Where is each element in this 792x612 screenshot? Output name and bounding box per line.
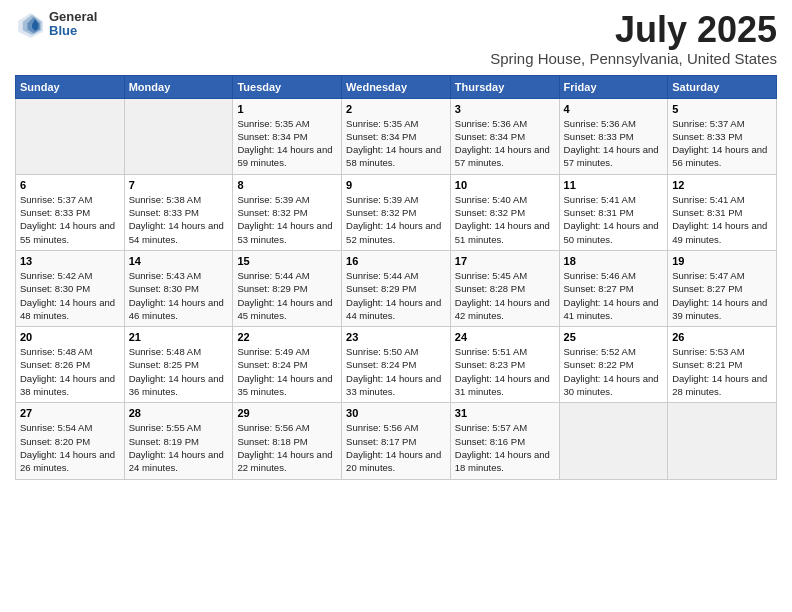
- calendar-week-row: 27Sunrise: 5:54 AM Sunset: 8:20 PM Dayli…: [16, 403, 777, 479]
- day-info: Sunrise: 5:39 AM Sunset: 8:32 PM Dayligh…: [237, 193, 337, 246]
- logo-blue: Blue: [49, 24, 97, 38]
- header-day: Friday: [559, 75, 668, 98]
- day-info: Sunrise: 5:56 AM Sunset: 8:18 PM Dayligh…: [237, 421, 337, 474]
- day-info: Sunrise: 5:38 AM Sunset: 8:33 PM Dayligh…: [129, 193, 229, 246]
- day-number: 7: [129, 179, 229, 191]
- calendar-header: SundayMondayTuesdayWednesdayThursdayFrid…: [16, 75, 777, 98]
- header-day: Monday: [124, 75, 233, 98]
- calendar-title: July 2025: [490, 10, 777, 50]
- day-info: Sunrise: 5:35 AM Sunset: 8:34 PM Dayligh…: [237, 117, 337, 170]
- calendar-cell: 9Sunrise: 5:39 AM Sunset: 8:32 PM Daylig…: [342, 174, 451, 250]
- day-info: Sunrise: 5:40 AM Sunset: 8:32 PM Dayligh…: [455, 193, 555, 246]
- day-number: 27: [20, 407, 120, 419]
- calendar-cell: 20Sunrise: 5:48 AM Sunset: 8:26 PM Dayli…: [16, 327, 125, 403]
- calendar-cell: 10Sunrise: 5:40 AM Sunset: 8:32 PM Dayli…: [450, 174, 559, 250]
- day-info: Sunrise: 5:35 AM Sunset: 8:34 PM Dayligh…: [346, 117, 446, 170]
- calendar-cell: 15Sunrise: 5:44 AM Sunset: 8:29 PM Dayli…: [233, 250, 342, 326]
- header-day: Thursday: [450, 75, 559, 98]
- day-number: 13: [20, 255, 120, 267]
- calendar-cell: 4Sunrise: 5:36 AM Sunset: 8:33 PM Daylig…: [559, 98, 668, 174]
- day-number: 1: [237, 103, 337, 115]
- calendar-cell: 14Sunrise: 5:43 AM Sunset: 8:30 PM Dayli…: [124, 250, 233, 326]
- calendar-cell: [559, 403, 668, 479]
- day-info: Sunrise: 5:50 AM Sunset: 8:24 PM Dayligh…: [346, 345, 446, 398]
- day-number: 25: [564, 331, 664, 343]
- calendar-cell: 26Sunrise: 5:53 AM Sunset: 8:21 PM Dayli…: [668, 327, 777, 403]
- calendar-cell: 29Sunrise: 5:56 AM Sunset: 8:18 PM Dayli…: [233, 403, 342, 479]
- day-info: Sunrise: 5:44 AM Sunset: 8:29 PM Dayligh…: [346, 269, 446, 322]
- calendar-cell: 30Sunrise: 5:56 AM Sunset: 8:17 PM Dayli…: [342, 403, 451, 479]
- day-info: Sunrise: 5:48 AM Sunset: 8:26 PM Dayligh…: [20, 345, 120, 398]
- calendar-cell: 13Sunrise: 5:42 AM Sunset: 8:30 PM Dayli…: [16, 250, 125, 326]
- calendar-cell: 18Sunrise: 5:46 AM Sunset: 8:27 PM Dayli…: [559, 250, 668, 326]
- day-info: Sunrise: 5:52 AM Sunset: 8:22 PM Dayligh…: [564, 345, 664, 398]
- logo: General Blue: [15, 10, 97, 39]
- page-header: General Blue July 2025 Spring House, Pen…: [15, 10, 777, 67]
- day-number: 16: [346, 255, 446, 267]
- day-number: 28: [129, 407, 229, 419]
- day-info: Sunrise: 5:56 AM Sunset: 8:17 PM Dayligh…: [346, 421, 446, 474]
- logo-icon: [15, 10, 43, 38]
- calendar-cell: 16Sunrise: 5:44 AM Sunset: 8:29 PM Dayli…: [342, 250, 451, 326]
- day-info: Sunrise: 5:51 AM Sunset: 8:23 PM Dayligh…: [455, 345, 555, 398]
- day-info: Sunrise: 5:47 AM Sunset: 8:27 PM Dayligh…: [672, 269, 772, 322]
- day-number: 9: [346, 179, 446, 191]
- day-number: 17: [455, 255, 555, 267]
- day-number: 20: [20, 331, 120, 343]
- calendar-cell: 1Sunrise: 5:35 AM Sunset: 8:34 PM Daylig…: [233, 98, 342, 174]
- calendar-week-row: 6Sunrise: 5:37 AM Sunset: 8:33 PM Daylig…: [16, 174, 777, 250]
- calendar-cell: 3Sunrise: 5:36 AM Sunset: 8:34 PM Daylig…: [450, 98, 559, 174]
- header-day: Wednesday: [342, 75, 451, 98]
- calendar-cell: 19Sunrise: 5:47 AM Sunset: 8:27 PM Dayli…: [668, 250, 777, 326]
- calendar-cell: 28Sunrise: 5:55 AM Sunset: 8:19 PM Dayli…: [124, 403, 233, 479]
- day-number: 19: [672, 255, 772, 267]
- calendar-cell: 5Sunrise: 5:37 AM Sunset: 8:33 PM Daylig…: [668, 98, 777, 174]
- header-row: SundayMondayTuesdayWednesdayThursdayFrid…: [16, 75, 777, 98]
- calendar-cell: 25Sunrise: 5:52 AM Sunset: 8:22 PM Dayli…: [559, 327, 668, 403]
- calendar-cell: 6Sunrise: 5:37 AM Sunset: 8:33 PM Daylig…: [16, 174, 125, 250]
- calendar-week-row: 1Sunrise: 5:35 AM Sunset: 8:34 PM Daylig…: [16, 98, 777, 174]
- calendar-cell: 31Sunrise: 5:57 AM Sunset: 8:16 PM Dayli…: [450, 403, 559, 479]
- day-info: Sunrise: 5:49 AM Sunset: 8:24 PM Dayligh…: [237, 345, 337, 398]
- day-number: 11: [564, 179, 664, 191]
- day-info: Sunrise: 5:36 AM Sunset: 8:34 PM Dayligh…: [455, 117, 555, 170]
- day-info: Sunrise: 5:57 AM Sunset: 8:16 PM Dayligh…: [455, 421, 555, 474]
- title-area: July 2025 Spring House, Pennsylvania, Un…: [490, 10, 777, 67]
- calendar-week-row: 20Sunrise: 5:48 AM Sunset: 8:26 PM Dayli…: [16, 327, 777, 403]
- calendar-cell: [124, 98, 233, 174]
- calendar-week-row: 13Sunrise: 5:42 AM Sunset: 8:30 PM Dayli…: [16, 250, 777, 326]
- day-number: 2: [346, 103, 446, 115]
- day-info: Sunrise: 5:45 AM Sunset: 8:28 PM Dayligh…: [455, 269, 555, 322]
- day-info: Sunrise: 5:54 AM Sunset: 8:20 PM Dayligh…: [20, 421, 120, 474]
- calendar-cell: 2Sunrise: 5:35 AM Sunset: 8:34 PM Daylig…: [342, 98, 451, 174]
- calendar-cell: 12Sunrise: 5:41 AM Sunset: 8:31 PM Dayli…: [668, 174, 777, 250]
- calendar-cell: 21Sunrise: 5:48 AM Sunset: 8:25 PM Dayli…: [124, 327, 233, 403]
- day-number: 14: [129, 255, 229, 267]
- day-info: Sunrise: 5:53 AM Sunset: 8:21 PM Dayligh…: [672, 345, 772, 398]
- day-number: 3: [455, 103, 555, 115]
- day-number: 12: [672, 179, 772, 191]
- day-info: Sunrise: 5:43 AM Sunset: 8:30 PM Dayligh…: [129, 269, 229, 322]
- day-info: Sunrise: 5:48 AM Sunset: 8:25 PM Dayligh…: [129, 345, 229, 398]
- calendar-cell: 7Sunrise: 5:38 AM Sunset: 8:33 PM Daylig…: [124, 174, 233, 250]
- day-number: 8: [237, 179, 337, 191]
- calendar-cell: 23Sunrise: 5:50 AM Sunset: 8:24 PM Dayli…: [342, 327, 451, 403]
- day-number: 10: [455, 179, 555, 191]
- logo-text: General Blue: [49, 10, 97, 39]
- header-day: Tuesday: [233, 75, 342, 98]
- calendar-body: 1Sunrise: 5:35 AM Sunset: 8:34 PM Daylig…: [16, 98, 777, 479]
- day-number: 21: [129, 331, 229, 343]
- day-number: 24: [455, 331, 555, 343]
- day-info: Sunrise: 5:36 AM Sunset: 8:33 PM Dayligh…: [564, 117, 664, 170]
- day-number: 4: [564, 103, 664, 115]
- day-info: Sunrise: 5:41 AM Sunset: 8:31 PM Dayligh…: [672, 193, 772, 246]
- header-day: Sunday: [16, 75, 125, 98]
- day-number: 29: [237, 407, 337, 419]
- day-number: 18: [564, 255, 664, 267]
- calendar-cell: 8Sunrise: 5:39 AM Sunset: 8:32 PM Daylig…: [233, 174, 342, 250]
- day-info: Sunrise: 5:46 AM Sunset: 8:27 PM Dayligh…: [564, 269, 664, 322]
- calendar-table: SundayMondayTuesdayWednesdayThursdayFrid…: [15, 75, 777, 480]
- day-info: Sunrise: 5:39 AM Sunset: 8:32 PM Dayligh…: [346, 193, 446, 246]
- day-info: Sunrise: 5:42 AM Sunset: 8:30 PM Dayligh…: [20, 269, 120, 322]
- calendar-subtitle: Spring House, Pennsylvania, United State…: [490, 50, 777, 67]
